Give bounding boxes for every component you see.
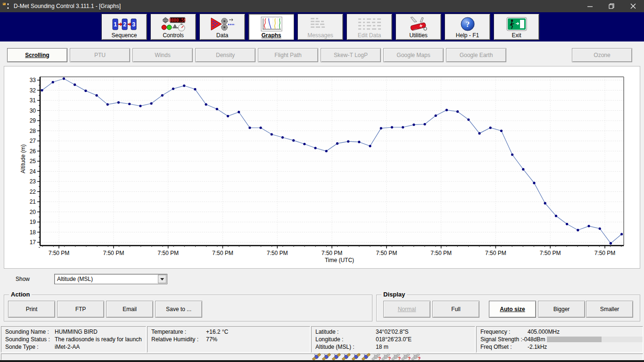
minimize-button[interactable]	[579, 0, 601, 12]
combobox-dropdown-button[interactable]	[158, 275, 166, 283]
display-button-smaller[interactable]: Smaller	[586, 301, 633, 318]
tab-ptu[interactable]: PTU	[70, 48, 130, 62]
svg-text:7:50 PM: 7:50 PM	[267, 250, 288, 256]
svg-text:22: 22	[30, 189, 36, 195]
status-row: Sounding Name :HUMMING BIRD	[5, 328, 146, 336]
svg-text:7:50 PM: 7:50 PM	[540, 250, 561, 256]
status-label: Longitude :	[315, 336, 376, 343]
svg-text:7:50 PM: 7:50 PM	[49, 250, 70, 256]
toolbar-button-graphs[interactable]: Graphs	[248, 14, 294, 40]
action-button-email[interactable]: Email	[106, 301, 153, 318]
svg-text:21: 21	[30, 198, 36, 205]
action-button-print[interactable]: Print	[8, 301, 55, 318]
svg-text:7:50 PM: 7:50 PM	[103, 250, 124, 256]
tab-density[interactable]: Density	[195, 48, 256, 62]
toolbar-button-data[interactable]: Data	[199, 14, 245, 40]
svg-text:24: 24	[30, 168, 36, 175]
toolbar-button-label: Controls	[163, 32, 184, 39]
display-button-bigger[interactable]: Bigger	[538, 301, 585, 318]
toolbar-button-messages: Messages	[297, 14, 343, 40]
svg-text:23: 23	[30, 178, 36, 185]
main-toolbar: 1 2 3Sequence 8880.59 Controls Data Grap…	[0, 12, 644, 41]
status-panel-ptu: Temperature :+16.2 °CRelative Humidity :…	[147, 326, 310, 353]
display-button-auto-size[interactable]: Auto size	[489, 301, 536, 318]
status-panel-position: Latitude :34°02'02.8"SLongitude :018°26'…	[311, 326, 475, 353]
svg-text:3: 3	[132, 21, 135, 28]
action-groupbox: Action PrintFTPEmailSave to ...	[4, 295, 372, 321]
restore-button[interactable]	[601, 0, 622, 12]
svg-text:7:50 PM: 7:50 PM	[376, 250, 397, 256]
status-panel-sounding: Sounding Name :HUMMING BIRDSounding Stat…	[1, 326, 146, 353]
svg-text:19: 19	[30, 219, 36, 225]
toolbar-button-label: Data	[216, 32, 228, 39]
svg-text:26: 26	[30, 148, 36, 155]
status-label: Temperature :	[151, 328, 206, 336]
svg-text:31: 31	[30, 97, 36, 104]
tab-flight-path[interactable]: Flight Path	[258, 48, 318, 62]
svg-text:33: 33	[30, 77, 36, 83]
title-bar: D-Met Sounding Control 3.111.1 - [Graphs…	[0, 0, 644, 12]
status-label: Frequency :	[480, 328, 528, 336]
toolbar-button-controls[interactable]: 8880.59 Controls	[150, 14, 196, 40]
toolbar-button-label: Help - F1	[456, 32, 479, 39]
status-row: Freq Offset :-2.1kHz	[480, 343, 643, 351]
svg-text:25: 25	[30, 158, 36, 165]
status-value: -2.1kHz	[528, 343, 547, 351]
tab-ozone[interactable]: Ozone	[572, 48, 632, 62]
status-value: -048dBm	[522, 336, 545, 343]
tab-winds[interactable]: Winds	[132, 48, 193, 62]
toolbar-button-help[interactable]: ?Help - F1	[445, 14, 490, 40]
tab-google-maps[interactable]: Google Maps	[383, 48, 444, 62]
toolbar-button-utilities[interactable]: Utilities	[396, 14, 441, 40]
utilities-icon	[408, 16, 429, 32]
signal-strength-bar	[547, 337, 643, 342]
svg-text:Time (UTC): Time (UTC)	[325, 257, 354, 263]
toolbar-button-sequence[interactable]: 1 2 3Sequence	[101, 14, 147, 40]
data-icon	[210, 16, 235, 32]
tab-google-earth[interactable]: Google Earth	[446, 48, 506, 62]
status-label: Sonde Type :	[5, 343, 55, 351]
scrolling-graph-panel: 17181920212223242526272829303132337:50 P…	[4, 66, 640, 269]
tab-scrolling[interactable]: Scrolling	[7, 48, 67, 62]
chevron-down-icon	[160, 278, 164, 280]
status-value: 77%	[206, 336, 217, 343]
status-label: Altitude (MSL) :	[315, 343, 376, 351]
svg-text:32: 32	[30, 87, 36, 94]
svg-text:7:50 PM: 7:50 PM	[485, 250, 506, 256]
toolbar-button-label: Exit	[512, 32, 521, 39]
signal-strength-fill	[547, 337, 601, 342]
svg-text:30: 30	[30, 107, 36, 114]
svg-text:7:50 PM: 7:50 PM	[212, 250, 233, 256]
svg-text:7:50 PM: 7:50 PM	[430, 250, 452, 256]
help-icon: ?	[460, 16, 475, 32]
svg-text:27: 27	[30, 138, 36, 144]
svg-text:?: ?	[465, 20, 470, 29]
messages-icon	[310, 16, 331, 32]
altitude-time-chart: 17181920212223242526272829303132337:50 P…	[4, 66, 640, 268]
toolbar-button-exit[interactable]: Exit	[494, 14, 539, 40]
combobox-value: Altitude (MSL)	[55, 276, 158, 282]
edit-data-icon	[357, 16, 382, 32]
graph-tab-bar: ScrollingPTUWindsDensityFlight PathSkew-…	[0, 47, 644, 63]
status-row: Latitude :34°02'02.8"S	[315, 328, 475, 336]
action-button-ftp[interactable]: FTP	[57, 301, 104, 318]
svg-text:7:50 PM: 7:50 PM	[157, 250, 179, 256]
status-value: 405.000MHz	[528, 328, 560, 336]
close-button[interactable]	[622, 0, 644, 12]
satellite-status-bar: ? ? ? ? ?	[1, 354, 643, 360]
display-groupbox: Display NormalFullAuto sizeBiggerSmaller	[376, 295, 640, 321]
status-row: Temperature :+16.2 °C	[151, 328, 310, 336]
status-value: 18 m	[376, 343, 388, 351]
show-parameter-combobox[interactable]: Altitude (MSL)	[54, 274, 167, 284]
toolbar-button-edit-data: Edit Data	[347, 14, 392, 40]
app-window: D-Met Sounding Control 3.111.1 - [Graphs…	[0, 0, 644, 362]
toolbar-button-label: Messages	[307, 32, 333, 39]
status-value: 34°02'02.8"S	[376, 328, 408, 336]
display-button-normal: Normal	[383, 301, 430, 318]
display-button-full[interactable]: Full	[432, 301, 479, 318]
action-button-save-to[interactable]: Save to ...	[155, 301, 202, 318]
tab-skew-t-logp[interactable]: Skew-T LogP	[321, 48, 381, 62]
toolbar-button-label: Sequence	[111, 32, 137, 39]
status-row: Frequency :405.000MHz	[480, 328, 643, 336]
status-row: Sounding Status :The radiosonde is ready…	[5, 336, 146, 343]
